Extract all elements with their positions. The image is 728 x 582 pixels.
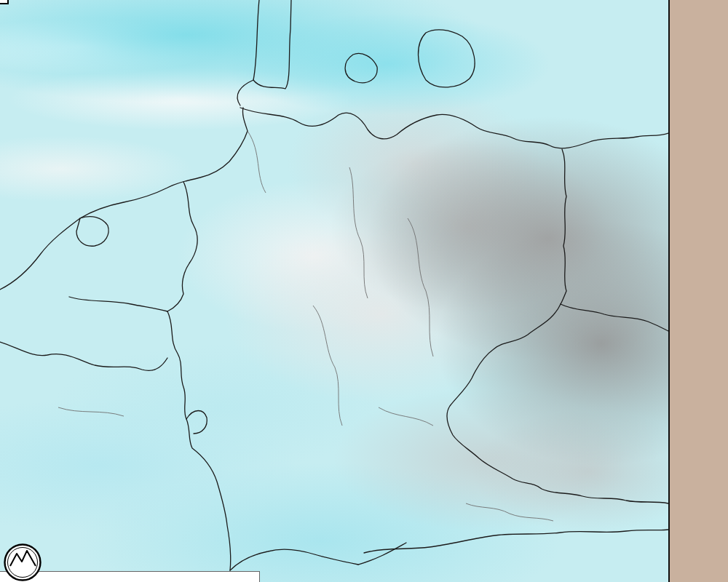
title-bar — [0, 0, 9, 4]
map-canvas[interactable] — [0, 0, 668, 582]
metmaps-logo — [1, 543, 46, 582]
cloud-cover-legend-panel — [668, 0, 728, 582]
country-borders — [0, 0, 668, 582]
cloud-cover-scale — [670, 73, 728, 509]
weather-map-page — [0, 0, 728, 582]
